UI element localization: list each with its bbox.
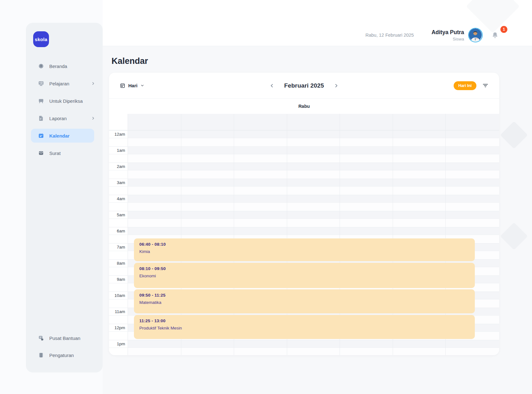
sidebar-item-surat[interactable]: Surat <box>31 146 94 160</box>
report-icon <box>38 115 44 121</box>
grid-cell[interactable] <box>128 154 499 163</box>
time-label: 12pm <box>109 324 128 331</box>
time-label: 3am <box>109 179 128 186</box>
grid-row: 2am <box>109 163 499 170</box>
sidebar-item-label: Kalendar <box>49 133 70 139</box>
time-label: 11am <box>109 308 128 315</box>
time-gutter <box>109 219 128 227</box>
time-gutter <box>109 170 128 179</box>
mail-icon <box>38 150 44 156</box>
sidebar-item-laporan[interactable]: Laporan <box>31 111 94 125</box>
time-label: 8am <box>109 260 128 267</box>
time-label: 2am <box>109 163 128 170</box>
grid-cell[interactable] <box>128 187 499 195</box>
time-label: 7am <box>109 243 128 251</box>
grid-row: 12am <box>109 130 499 138</box>
grid-cell[interactable] <box>128 163 499 170</box>
grid-cell[interactable] <box>128 147 499 154</box>
grid-row <box>109 170 499 179</box>
grid-cell[interactable] <box>128 219 499 227</box>
event-time-range: 09:50 - 11:25 <box>139 293 469 298</box>
notification-bell-button[interactable]: 1 <box>491 31 499 39</box>
grid-cell[interactable] <box>128 131 499 138</box>
time-gutter <box>109 235 128 243</box>
grid-row <box>109 348 499 355</box>
time-label: 6am <box>109 227 128 235</box>
grid-cell[interactable] <box>128 227 499 235</box>
grid-cell[interactable] <box>128 203 499 211</box>
grid-cell[interactable] <box>128 170 499 179</box>
time-label: 1pm <box>109 340 128 348</box>
chevron-right-icon <box>334 83 339 88</box>
current-date-text: Rabu, 12 Februari 2025 <box>366 33 414 38</box>
grid-cell[interactable] <box>128 179 499 186</box>
sidebar-item-pengaturan[interactable]: Pengaturan <box>31 348 94 362</box>
page-title: Kalendar <box>112 56 148 66</box>
event-subject: Produktif Teknik Mesin <box>139 326 469 330</box>
grid-cell[interactable] <box>128 340 499 348</box>
sidebar-item-label: Untuk Diperiksa <box>49 98 83 104</box>
grid-cell[interactable] <box>128 348 499 355</box>
time-gutter <box>109 187 128 195</box>
sidebar-item-pusat-bantuan[interactable]: Pusat Bantuan <box>31 331 94 345</box>
presentation-icon <box>38 80 44 87</box>
grid-cell[interactable] <box>128 195 499 202</box>
event-time-range: 08:10 - 09:50 <box>139 266 469 271</box>
grid-cell[interactable] <box>128 138 499 146</box>
logo-text: skola <box>35 37 47 42</box>
calendar-event[interactable]: 08:10 - 09:50Ekonomi <box>134 263 475 288</box>
month-navigation: Februari 2025 <box>109 73 499 98</box>
grid-cell[interactable] <box>128 211 499 219</box>
filter-button[interactable] <box>481 82 489 89</box>
sidebar-item-kalendar[interactable]: Kalendar <box>31 129 94 143</box>
time-gutter <box>109 348 128 355</box>
grid-row <box>109 219 499 227</box>
next-month-button[interactable] <box>334 83 339 88</box>
avatar[interactable] <box>468 28 483 42</box>
month-label: Februari 2025 <box>284 82 324 89</box>
event-subject: Kimia <box>139 249 469 254</box>
sidebar-item-label: Pusat Bantuan <box>49 336 80 341</box>
time-gutter <box>109 332 128 340</box>
grid-row <box>109 114 499 130</box>
sidebar-item-label: Pengaturan <box>49 353 74 358</box>
calendar-event[interactable]: 11:25 - 13:00Produktif Teknik Mesin <box>134 315 475 339</box>
sidebar-item-beranda[interactable]: Beranda <box>31 59 94 73</box>
grid-cell[interactable] <box>128 114 499 130</box>
user-info: Aditya Putra Siswa <box>432 29 464 41</box>
time-label: 9am <box>109 276 128 283</box>
time-gutter <box>109 267 128 275</box>
sidebar-item-pelajaran[interactable]: Pelajaran <box>31 77 94 90</box>
sidebar-item-label: Surat <box>49 151 61 156</box>
event-subject: Matematika <box>139 300 469 305</box>
grid-row <box>109 138 499 146</box>
gauge-icon <box>38 63 44 69</box>
event-time-range: 11:25 - 13:00 <box>139 318 469 323</box>
sidebar-item-untuk-diperiksa[interactable]: Untuk Diperiksa <box>31 94 94 108</box>
skola-logo: skola <box>33 31 49 47</box>
time-gutter <box>109 154 128 163</box>
sidebar-nav: BerandaPelajaranUntuk DiperiksaLaporanKa… <box>31 59 98 163</box>
grid-row <box>109 154 499 163</box>
grid-row: 6am <box>109 227 499 235</box>
calendar-event[interactable]: 09:50 - 11:25Matematika <box>134 289 475 313</box>
notification-badge: 1 <box>500 26 507 33</box>
grid-row: 1am <box>109 146 499 154</box>
time-gutter <box>109 251 128 259</box>
time-gutter <box>109 203 128 211</box>
previous-month-button[interactable] <box>269 83 275 88</box>
event-time-range: 06:40 - 08:10 <box>139 242 469 247</box>
bell-icon <box>491 31 499 39</box>
sidebar-item-label: Laporan <box>49 116 67 121</box>
settings-icon <box>38 352 44 358</box>
grid-row <box>109 187 499 195</box>
calendar-icon <box>38 132 44 139</box>
time-label: 5am <box>109 211 128 219</box>
today-button[interactable]: Hari Ini <box>454 81 476 90</box>
calendar-grid: 12am1am2am3am4am5am6am7am8am9am10am11am1… <box>109 114 499 355</box>
time-label: 1am <box>109 147 128 154</box>
calendar-event[interactable]: 06:40 - 08:10Kimia <box>134 238 475 261</box>
calendar-toolbar: Hari Februari 2025 Ha <box>109 73 499 99</box>
sidebar-item-label: Beranda <box>49 64 67 69</box>
time-gutter <box>109 299 128 308</box>
